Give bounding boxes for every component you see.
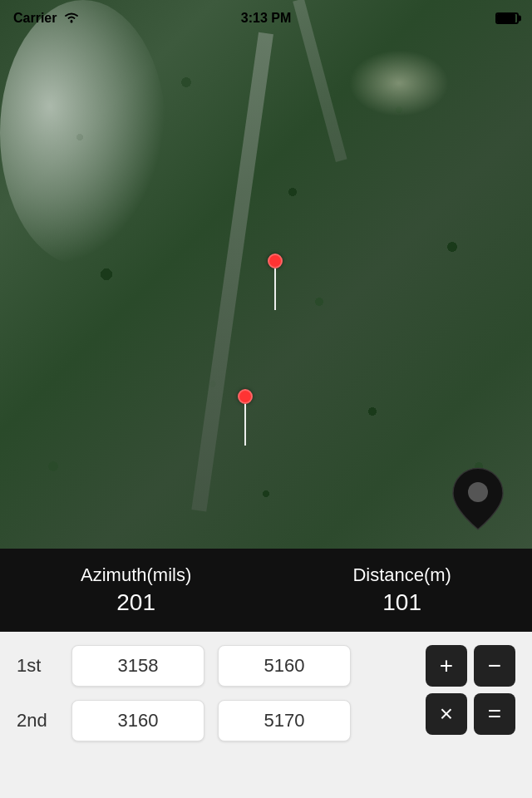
pin-line-1 <box>274 268 276 310</box>
wifi-icon <box>63 11 80 27</box>
row-2nd-coord2[interactable]: 5170 <box>218 700 351 741</box>
light-patch <box>349 50 449 116</box>
azimuth-value: 201 <box>116 589 155 616</box>
plus-button[interactable]: + <box>426 645 467 687</box>
equals-button[interactable]: = <box>474 693 515 735</box>
pin-line-2 <box>244 404 246 446</box>
row-2nd-label: 2nd <box>17 710 58 732</box>
status-bar: Carrier 3:13 PM <box>0 0 532 37</box>
time-label: 3:13 PM <box>241 11 291 26</box>
info-bar: Azimuth(mils) 201 Distance(m) 101 <box>0 549 532 632</box>
distance-value: 101 <box>382 589 421 616</box>
minus-button[interactable]: − <box>474 645 515 687</box>
svg-point-0 <box>71 20 73 22</box>
pin-dot-2 <box>238 389 253 404</box>
row-1st-coord1[interactable]: 3158 <box>71 645 204 687</box>
row-1st-coord2[interactable]: 5160 <box>218 645 351 687</box>
row-2nd-coord1[interactable]: 3160 <box>71 700 204 741</box>
row-1st-label: 1st <box>17 655 58 677</box>
svg-point-1 <box>468 482 488 502</box>
location-pin-large[interactable] <box>449 466 507 532</box>
distance-label: Distance(m) <box>352 564 451 586</box>
distance-col: Distance(m) 101 <box>352 564 451 616</box>
pin-dot-1 <box>268 254 283 268</box>
times-button[interactable]: × <box>426 693 467 735</box>
azimuth-col: Azimuth(mils) 201 <box>81 564 191 616</box>
pin-2[interactable] <box>238 389 253 446</box>
calc-buttons: + − × = <box>426 645 515 735</box>
carrier-label: Carrier <box>13 11 57 26</box>
azimuth-label: Azimuth(mils) <box>81 564 191 586</box>
map-canvas <box>0 0 532 549</box>
battery-icon <box>495 12 519 24</box>
cloud-area <box>0 0 166 266</box>
map-area[interactable] <box>0 0 532 549</box>
pin-1[interactable] <box>268 254 283 310</box>
